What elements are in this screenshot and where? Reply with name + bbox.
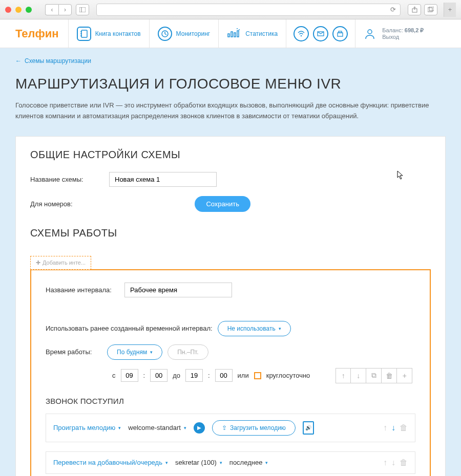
to-hour-input[interactable] (185, 369, 203, 382)
fax-icon[interactable] (332, 26, 348, 41)
rule2-mode-dropdown[interactable]: последнее ▾ (229, 459, 268, 466)
svg-rect-20 (339, 31, 342, 33)
rule1-melody-label: welcome-standart (128, 424, 181, 431)
logo[interactable]: Телфин (15, 27, 59, 40)
share-icon[interactable] (408, 4, 421, 15)
rule2-mode-label: последнее (229, 459, 263, 466)
traffic-close[interactable] (5, 7, 11, 13)
delete-icon[interactable]: 🗑 (382, 368, 397, 383)
breadcrumb-label: Схемы маршрутизации (25, 57, 91, 64)
forward-button[interactable]: › (58, 4, 72, 15)
chevron-down-icon: ▾ (184, 425, 186, 430)
tab-strip: ✚ Добавить инте... (30, 255, 431, 269)
save-button[interactable]: Сохранить (195, 196, 250, 212)
reload-icon[interactable]: ⟳ (390, 6, 396, 13)
chevron-down-icon: ▾ (279, 326, 281, 331)
mail-icon[interactable] (313, 26, 328, 41)
upload-icon: ⇪ (222, 424, 227, 431)
svg-rect-12 (231, 32, 233, 37)
weekdays-dropdown[interactable]: По будням ▾ (107, 344, 162, 360)
upload-melody-button[interactable]: ⇪ Загрузить мелодию (212, 420, 296, 436)
rule2-action-dropdown[interactable]: Перевести на добавочный/очередь ▾ (53, 459, 168, 466)
delete-icon[interactable]: 🗑 (400, 423, 408, 432)
svg-rect-6 (81, 30, 87, 37)
statistics-icon (227, 28, 241, 39)
from-min-input[interactable] (150, 369, 167, 382)
call-heading: ЗВОНОК ПОСТУПИЛ (46, 397, 415, 405)
page-content: ← Схемы маршрутизации МАРШРУТИЗАЦИЯ И ГО… (0, 48, 461, 476)
add-icon[interactable]: + (397, 368, 412, 383)
from-hour-input[interactable] (121, 369, 138, 382)
nav-quick-icons (286, 19, 355, 48)
top-nav: Телфин Книга контактов Мониторинг Статис… (0, 19, 461, 48)
contacts-icon (77, 27, 91, 41)
all-day-label: круглосуточно (266, 372, 310, 379)
svg-rect-5 (429, 7, 434, 11)
interval-name-input[interactable] (124, 283, 232, 297)
delete-icon[interactable]: 🗑 (400, 458, 408, 467)
use-existing-label: Использовать ранее созданный временной и… (46, 324, 213, 332)
work-time-label: Время работы: (46, 348, 102, 356)
nav-label: Мониторинг (176, 30, 211, 37)
audio-file-icon[interactable]: 🔊 (303, 421, 314, 435)
use-existing-value: Не использовать (227, 325, 276, 332)
or-label: или (238, 372, 249, 379)
wifi-icon[interactable] (294, 26, 309, 41)
move-up-icon[interactable]: ↑ (383, 423, 387, 432)
to-min-input[interactable] (215, 369, 233, 382)
chevron-down-icon: ▾ (150, 350, 153, 355)
nav-monitoring[interactable]: Мониторинг (149, 19, 219, 48)
nav-contacts[interactable]: Книга контактов (68, 19, 149, 48)
tabs-icon[interactable] (424, 4, 437, 15)
nav-statistics[interactable]: Статистика (218, 19, 286, 48)
upload-label: Загрузить мелодию (230, 424, 286, 431)
use-existing-dropdown[interactable]: Не использовать ▾ (218, 321, 291, 336)
user-icon (363, 27, 377, 41)
move-down-icon[interactable]: ↓ (391, 423, 395, 432)
copy-icon[interactable]: ⧉ (366, 368, 382, 383)
traffic-min[interactable] (15, 7, 22, 13)
svg-rect-13 (234, 33, 236, 37)
rule2-target-label: sekretar (100) (175, 459, 217, 466)
account-block: Баланс: 698,2 ₽ Выход (355, 19, 431, 48)
rule1-action-label: Проиграть мелодию (53, 424, 115, 431)
chevron-down-icon: ▾ (165, 460, 168, 465)
traffic-max[interactable] (26, 7, 32, 13)
move-up-icon[interactable]: ↑ (383, 458, 387, 467)
balance-label: Баланс: (382, 27, 403, 33)
new-tab-button[interactable]: + (444, 3, 456, 17)
svg-point-16 (239, 29, 240, 30)
scheme-name-input[interactable] (109, 172, 217, 187)
back-button[interactable]: ‹ (45, 4, 58, 15)
move-down-icon[interactable]: ↓ (351, 368, 366, 383)
rule1-melody-dropdown[interactable]: welcome-standart ▾ (128, 424, 186, 431)
logout-link[interactable]: Выход (382, 34, 424, 40)
breadcrumb[interactable]: ← Схемы маршрутизации (15, 57, 446, 64)
all-day-checkbox[interactable] (254, 372, 261, 379)
add-interval-tab[interactable]: ✚ Добавить инте... (30, 256, 91, 270)
days-range-value: Пн.–Пт. (177, 349, 198, 356)
svg-rect-19 (338, 33, 343, 36)
to-label: до (173, 372, 180, 379)
days-range-button[interactable]: Пн.–Пт. (167, 344, 208, 360)
svg-point-15 (237, 28, 238, 29)
interval-panel: Название интервала: Использовать ранее с… (30, 269, 431, 476)
interval-name-label: Название интервала: (46, 286, 117, 294)
url-bar[interactable]: ⟳ (96, 4, 401, 16)
browser-chrome: ‹ › ⟳ + (0, 0, 461, 19)
weekdays-value: По будням (117, 349, 147, 356)
sidebar-toggle[interactable] (76, 4, 89, 15)
page-title: МАРШРУТИЗАЦИЯ И ГОЛОСОВОЕ МЕНЮ IVR (15, 76, 446, 92)
plus-icon: ✚ (36, 259, 40, 266)
rule2-target-dropdown[interactable]: sekretar (100) ▾ (175, 459, 222, 466)
svg-point-17 (301, 35, 302, 36)
chevron-down-icon: ▾ (118, 425, 121, 430)
svg-rect-14 (237, 31, 239, 37)
move-down-icon[interactable]: ↓ (391, 458, 395, 467)
page-description: Голосовое приветствие или IVR — это инст… (15, 100, 446, 122)
chevron-down-icon: ▾ (220, 460, 222, 465)
move-up-icon[interactable]: ↑ (336, 368, 351, 383)
play-icon[interactable]: ▶ (194, 422, 205, 434)
general-card: ОБЩИЕ НАСТРОЙКИ СХЕМЫ Название схемы: Дл… (15, 136, 446, 476)
rule1-action-dropdown[interactable]: Проиграть мелодию ▾ (53, 424, 121, 431)
